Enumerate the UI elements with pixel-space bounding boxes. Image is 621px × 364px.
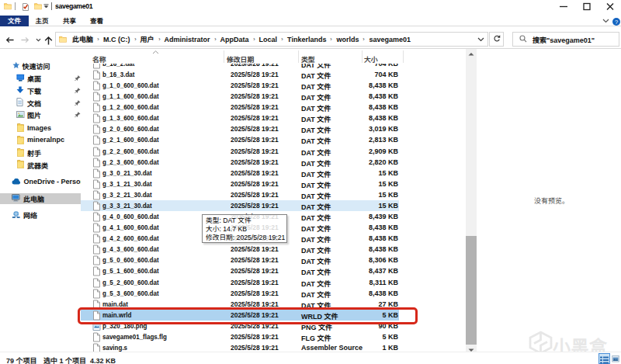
svg-text:?: ? <box>615 18 618 25</box>
